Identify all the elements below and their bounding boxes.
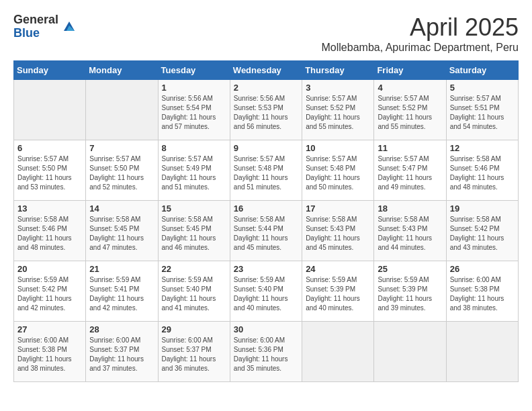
calendar-cell: 18Sunrise: 5:58 AM Sunset: 5:43 PM Dayli… (374, 201, 446, 261)
calendar-table: SundayMondayTuesdayWednesdayThursdayFrid… (13, 60, 519, 382)
calendar-title: April 2025 (322, 13, 519, 42)
cell-info: Sunrise: 5:57 AM Sunset: 5:47 PM Dayligh… (378, 154, 442, 192)
calendar-cell: 16Sunrise: 5:58 AM Sunset: 5:44 PM Dayli… (230, 201, 302, 261)
calendar-cell: 23Sunrise: 5:59 AM Sunset: 5:40 PM Dayli… (230, 261, 302, 322)
calendar-cell: 26Sunrise: 6:00 AM Sunset: 5:38 PM Dayli… (446, 261, 518, 322)
day-number: 13 (17, 203, 82, 214)
calendar-cell: 25Sunrise: 5:59 AM Sunset: 5:39 PM Dayli… (374, 261, 446, 322)
logo-text: General Blue (13, 13, 58, 40)
calendar-cell: 12Sunrise: 5:58 AM Sunset: 5:46 PM Dayli… (446, 140, 518, 201)
calendar-cell: 10Sunrise: 5:57 AM Sunset: 5:48 PM Dayli… (302, 140, 374, 201)
calendar-cell (302, 322, 374, 382)
calendar-cell: 30Sunrise: 6:00 AM Sunset: 5:36 PM Dayli… (230, 322, 302, 382)
header-cell-monday: Monday (86, 61, 158, 80)
day-number: 2 (234, 83, 298, 93)
week-row-3: 13Sunrise: 5:58 AM Sunset: 5:46 PM Dayli… (14, 201, 519, 261)
calendar-cell (446, 322, 518, 382)
day-number: 21 (89, 264, 154, 274)
calendar-cell: 9Sunrise: 5:57 AM Sunset: 5:48 PM Daylig… (230, 140, 302, 201)
day-number: 27 (17, 324, 82, 334)
calendar-cell: 17Sunrise: 5:58 AM Sunset: 5:43 PM Dayli… (302, 201, 374, 261)
logo-general: General (13, 13, 58, 27)
header-cell-friday: Friday (374, 61, 446, 80)
calendar-cell: 24Sunrise: 5:59 AM Sunset: 5:39 PM Dayli… (302, 261, 374, 322)
cell-info: Sunrise: 5:59 AM Sunset: 5:39 PM Dayligh… (378, 275, 442, 313)
cell-info: Sunrise: 6:00 AM Sunset: 5:36 PM Dayligh… (234, 336, 298, 373)
cell-info: Sunrise: 5:58 AM Sunset: 5:46 PM Dayligh… (17, 215, 82, 253)
day-number: 3 (306, 83, 370, 93)
calendar-cell: 1Sunrise: 5:56 AM Sunset: 5:54 PM Daylig… (158, 80, 230, 140)
cell-info: Sunrise: 5:58 AM Sunset: 5:43 PM Dayligh… (378, 215, 442, 253)
cell-info: Sunrise: 5:56 AM Sunset: 5:53 PM Dayligh… (234, 94, 298, 132)
calendar-cell: 13Sunrise: 5:58 AM Sunset: 5:46 PM Dayli… (14, 201, 86, 261)
cell-info: Sunrise: 5:57 AM Sunset: 5:52 PM Dayligh… (306, 94, 370, 132)
calendar-cell: 2Sunrise: 5:56 AM Sunset: 5:53 PM Daylig… (230, 80, 302, 140)
cell-info: Sunrise: 5:57 AM Sunset: 5:50 PM Dayligh… (89, 154, 154, 192)
day-number: 18 (378, 203, 442, 214)
cell-info: Sunrise: 5:58 AM Sunset: 5:42 PM Dayligh… (450, 215, 515, 253)
cell-info: Sunrise: 5:57 AM Sunset: 5:52 PM Dayligh… (378, 94, 442, 132)
calendar-cell: 7Sunrise: 5:57 AM Sunset: 5:50 PM Daylig… (86, 140, 158, 201)
day-number: 17 (306, 203, 370, 214)
calendar-cell: 22Sunrise: 5:59 AM Sunset: 5:40 PM Dayli… (158, 261, 230, 322)
cell-info: Sunrise: 5:58 AM Sunset: 5:44 PM Dayligh… (234, 215, 298, 253)
cell-info: Sunrise: 5:58 AM Sunset: 5:46 PM Dayligh… (450, 154, 515, 192)
day-number: 24 (306, 264, 370, 274)
calendar-cell: 27Sunrise: 6:00 AM Sunset: 5:38 PM Dayli… (14, 322, 86, 382)
logo-blue: Blue (13, 27, 58, 40)
week-row-4: 20Sunrise: 5:59 AM Sunset: 5:42 PM Dayli… (14, 261, 519, 322)
day-number: 22 (162, 264, 226, 274)
calendar-cell (86, 80, 158, 140)
day-number: 29 (162, 324, 226, 334)
cell-info: Sunrise: 5:59 AM Sunset: 5:40 PM Dayligh… (162, 275, 226, 313)
calendar-cell: 29Sunrise: 6:00 AM Sunset: 5:37 PM Dayli… (158, 322, 230, 382)
day-number: 8 (162, 143, 226, 153)
cell-info: Sunrise: 5:57 AM Sunset: 5:51 PM Dayligh… (450, 94, 515, 132)
title-area: April 2025 Mollebamba, Apurimac Departme… (322, 13, 519, 54)
calendar-cell: 14Sunrise: 5:58 AM Sunset: 5:45 PM Dayli… (86, 201, 158, 261)
calendar-cell: 8Sunrise: 5:57 AM Sunset: 5:49 PM Daylig… (158, 140, 230, 201)
cell-info: Sunrise: 6:00 AM Sunset: 5:37 PM Dayligh… (162, 336, 226, 373)
day-number: 16 (234, 203, 298, 214)
day-number: 4 (378, 83, 442, 93)
day-number: 25 (378, 264, 442, 274)
calendar-subtitle: Mollebamba, Apurimac Department, Peru (322, 42, 519, 54)
cell-info: Sunrise: 5:59 AM Sunset: 5:41 PM Dayligh… (89, 275, 154, 313)
calendar-cell: 20Sunrise: 5:59 AM Sunset: 5:42 PM Dayli… (14, 261, 86, 322)
cell-info: Sunrise: 5:57 AM Sunset: 5:49 PM Dayligh… (162, 154, 226, 192)
day-number: 1 (162, 83, 226, 93)
calendar-cell: 11Sunrise: 5:57 AM Sunset: 5:47 PM Dayli… (374, 140, 446, 201)
day-number: 12 (450, 143, 515, 153)
calendar-cell: 6Sunrise: 5:57 AM Sunset: 5:50 PM Daylig… (14, 140, 86, 201)
calendar-cell: 3Sunrise: 5:57 AM Sunset: 5:52 PM Daylig… (302, 80, 374, 140)
calendar-cell (14, 80, 86, 140)
header-cell-saturday: Saturday (446, 61, 518, 80)
calendar-cell: 21Sunrise: 5:59 AM Sunset: 5:41 PM Dayli… (86, 261, 158, 322)
cell-info: Sunrise: 5:57 AM Sunset: 5:50 PM Dayligh… (17, 154, 82, 192)
header-cell-wednesday: Wednesday (230, 61, 302, 80)
cell-info: Sunrise: 5:59 AM Sunset: 5:40 PM Dayligh… (234, 275, 298, 313)
calendar-cell: 4Sunrise: 5:57 AM Sunset: 5:52 PM Daylig… (374, 80, 446, 140)
cell-info: Sunrise: 6:00 AM Sunset: 5:38 PM Dayligh… (17, 336, 82, 373)
calendar-cell: 15Sunrise: 5:58 AM Sunset: 5:45 PM Dayli… (158, 201, 230, 261)
cell-info: Sunrise: 5:56 AM Sunset: 5:54 PM Dayligh… (162, 94, 226, 132)
day-number: 19 (450, 203, 515, 214)
calendar-cell: 28Sunrise: 6:00 AM Sunset: 5:37 PM Dayli… (86, 322, 158, 382)
cell-info: Sunrise: 5:58 AM Sunset: 5:45 PM Dayligh… (89, 215, 154, 253)
day-number: 5 (450, 83, 515, 93)
header-cell-tuesday: Tuesday (158, 61, 230, 80)
calendar-cell: 5Sunrise: 5:57 AM Sunset: 5:51 PM Daylig… (446, 80, 518, 140)
header-cell-thursday: Thursday (302, 61, 374, 80)
week-row-1: 1Sunrise: 5:56 AM Sunset: 5:54 PM Daylig… (14, 80, 519, 140)
cell-info: Sunrise: 5:59 AM Sunset: 5:39 PM Dayligh… (306, 275, 370, 313)
day-number: 7 (89, 143, 154, 153)
cell-info: Sunrise: 6:00 AM Sunset: 5:37 PM Dayligh… (89, 336, 154, 373)
cell-info: Sunrise: 5:58 AM Sunset: 5:45 PM Dayligh… (162, 215, 226, 253)
day-number: 10 (306, 143, 370, 153)
calendar-cell (374, 322, 446, 382)
day-number: 28 (89, 324, 154, 334)
week-row-5: 27Sunrise: 6:00 AM Sunset: 5:38 PM Dayli… (14, 322, 519, 382)
day-number: 20 (17, 264, 82, 274)
logo: General Blue (13, 13, 77, 40)
cell-info: Sunrise: 5:58 AM Sunset: 5:43 PM Dayligh… (306, 215, 370, 253)
